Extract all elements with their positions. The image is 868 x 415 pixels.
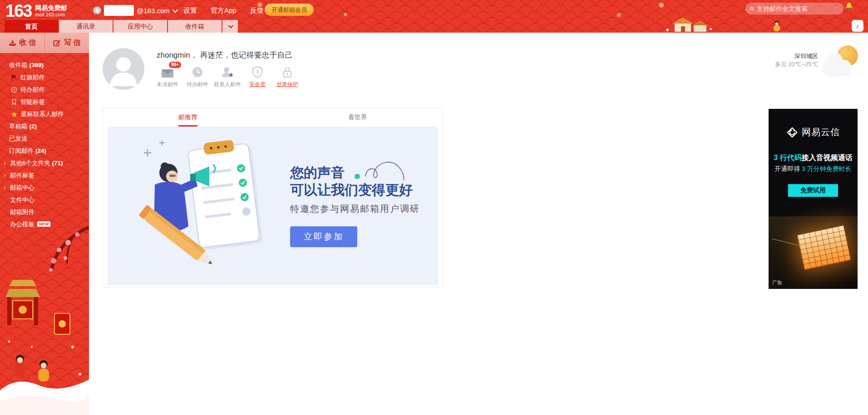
unread-count-badge: 99+ [169, 62, 181, 68]
compose-toolbar: 收 信 写 信 [0, 33, 89, 53]
ad-label: 广告 [772, 279, 782, 286]
nav-settings-link[interactable]: 设置 [183, 6, 197, 15]
voice-doodle-icon [353, 153, 421, 185]
user-avatar[interactable] [103, 48, 144, 90]
star-icon [11, 111, 18, 117]
search-input[interactable] [757, 5, 839, 12]
shortcut-unread-mail[interactable]: 99+ 未读邮件 [153, 64, 182, 88]
receive-mail-button[interactable]: 收 信 [0, 33, 45, 53]
receive-mail-icon [9, 39, 16, 47]
sidebar: 收 信 写 信 收件箱(389) 红旗邮件 待办邮件 [0, 33, 89, 415]
chevron-right-icon: › [4, 157, 6, 169]
chevron-down-icon [172, 7, 178, 13]
profile-shortcuts: 99+ 未读邮件 待办邮件 [153, 64, 302, 88]
firework-icon: ❋ [616, 12, 621, 19]
ad-photo [769, 216, 858, 289]
new-badge: NEW [37, 221, 50, 227]
sidebar-item-inbox[interactable]: 收件箱(389) [0, 59, 89, 71]
survey-subtitle: 特邀您参与网易邮箱用户调研 [290, 203, 420, 215]
shortcut-contacts-mail[interactable]: 联系人邮件 [212, 64, 242, 88]
shortcut-todo-mail[interactable]: 待办邮件 [182, 64, 212, 88]
yunxin-logo-icon [786, 127, 798, 138]
yunxin-logo: 网易云信 [769, 126, 858, 138]
sidebar-item-sent[interactable]: 已发送 [0, 132, 89, 145]
sidebar-item-smart-tags[interactable]: 智能标签 [0, 96, 89, 108]
sidebar-item-mail-center[interactable]: › 邮箱中心 [0, 181, 89, 194]
tab-contacts[interactable]: 通讯录 [59, 20, 113, 33]
sidebar-item-mail-attachments[interactable]: 邮箱附件 [0, 206, 89, 218]
nav-feedback-link[interactable]: 反馈 [250, 6, 264, 15]
mail-search-box[interactable] [745, 3, 843, 15]
tab-app-center[interactable]: 应用中心 [113, 20, 167, 33]
sidebar-item-office-templates[interactable]: 办公模板NEW [0, 218, 89, 230]
card-tab-strip: 邮推荐 看世界 [103, 108, 443, 127]
flag-icon [11, 74, 17, 81]
compose-mail-button[interactable]: 写 信 [45, 33, 89, 53]
lock-icon [282, 66, 293, 78]
folder-list: 收件箱(389) 红旗邮件 待办邮件 智能标签 星标 [0, 53, 89, 230]
sidebar-item-file-center[interactable]: 文件中心 [0, 194, 89, 206]
weather-detail: 多云 33℃~25℃ [775, 60, 818, 68]
account-email-suffix: @163.com [137, 7, 170, 15]
logo-domain-text: mail.163.com [35, 12, 67, 18]
tab-inbox[interactable]: 收件箱 [168, 20, 222, 33]
contact-star-icon [221, 66, 234, 78]
sidebar-item-drafts[interactable]: 草稿箱(2) [0, 120, 89, 132]
survey-banner[interactable]: 您的声音 可以让我们变得更好 特邀您参与网易邮箱用户调研 立即参加 [108, 127, 438, 285]
festive-house-illustration [664, 16, 714, 33]
ad-subline: 开通即得 3 万分钟免费时长 [769, 165, 858, 173]
greeting-text: zhongmin， 再迷茫，也记得要忠于自己 [157, 50, 292, 60]
chevron-right-icon: › [4, 181, 6, 194]
recommendation-card: 邮推荐 看世界 [103, 108, 443, 288]
yunxin-brand-text: 网易云信 [802, 126, 840, 138]
clock-icon [11, 87, 17, 93]
search-icon [750, 5, 754, 12]
logo-brand-text: 网易免费邮 [35, 4, 67, 12]
coin-icon: $ [93, 6, 101, 15]
weather-widget: 深圳城区 多云 33℃~25℃ [775, 45, 861, 75]
glowing-cube-graphic [797, 225, 851, 270]
chevron-right-icon: › [4, 169, 6, 181]
firework-icon: ✺ [658, 1, 664, 10]
music-note-icon: ♪ [856, 22, 859, 29]
sidebar-item-red-flag-mail[interactable]: 红旗邮件 [0, 71, 89, 83]
free-trial-button[interactable]: 免费试用 [788, 184, 838, 197]
music-player-button[interactable]: ♪ [852, 20, 863, 32]
shield-exclamation-icon [252, 66, 263, 78]
chevron-down-icon [228, 23, 233, 28]
sidebar-item-subscriptions[interactable]: 订阅邮件(24) [0, 145, 89, 157]
tab-more-button[interactable] [222, 20, 238, 33]
main-content: zhongmin， 再迷茫，也记得要忠于自己 99+ 未读邮件 待办邮件 [89, 33, 868, 415]
survey-title-line2: 可以让我们变得更好 [290, 181, 413, 200]
gold-bell-icon: 🔔 [845, 2, 853, 9]
avatar-person-icon [103, 48, 144, 90]
weather-city: 深圳城区 [775, 52, 818, 60]
netease-163-logo[interactable]: 163 网易免费邮 mail.163.com [5, 2, 67, 20]
topbar: 163 网易免费邮 mail.163.com $ @163.com 设置 官方A… [0, 0, 868, 33]
ad-headline: 3 行代码接入音视频通话 [769, 153, 858, 163]
weather-cloud-sun-icon [823, 45, 861, 75]
shortcut-login-protection[interactable]: 登录保护 [272, 64, 302, 88]
bookmark-icon [11, 99, 17, 105]
tab-home[interactable]: 首页 [5, 20, 58, 33]
account-menu[interactable]: $ @163.com [93, 5, 177, 16]
firework-icon: ✺ [343, 12, 347, 18]
sidebar-item-other-folders[interactable]: › 其他6个文件夹(71) [0, 157, 89, 169]
logo-163-text: 163 [5, 2, 31, 20]
mail-icon [161, 68, 174, 78]
sidebar-item-starred-contacts-mail[interactable]: 星标联系人邮件 [0, 108, 89, 120]
survey-illustration [116, 131, 284, 267]
card-tab-mail-recommend[interactable]: 邮推荐 [103, 108, 273, 127]
sidebar-item-todo-mail[interactable]: 待办邮件 [0, 83, 89, 96]
survey-title-line1: 您的声音 [290, 164, 345, 182]
sidebar-item-mail-tags[interactable]: › 邮件标签 [0, 169, 89, 181]
join-survey-button[interactable]: 立即参加 [290, 226, 357, 247]
nav-official-app-link[interactable]: 官方App [211, 6, 237, 15]
shortcut-security-level[interactable]: 安全度 [242, 64, 272, 88]
card-tab-see-world[interactable]: 看世界 [273, 108, 443, 127]
compose-mail-icon [53, 39, 61, 47]
yunxin-ad-banner[interactable]: 网易云信 3 行代码接入音视频通话 开通即得 3 万分钟免费时长 免费试用 广告 [769, 109, 858, 289]
open-vip-button[interactable]: 开通邮箱会员 [265, 4, 314, 16]
sidebar-festive-illustration [0, 225, 89, 415]
account-username-redacted [104, 5, 134, 16]
